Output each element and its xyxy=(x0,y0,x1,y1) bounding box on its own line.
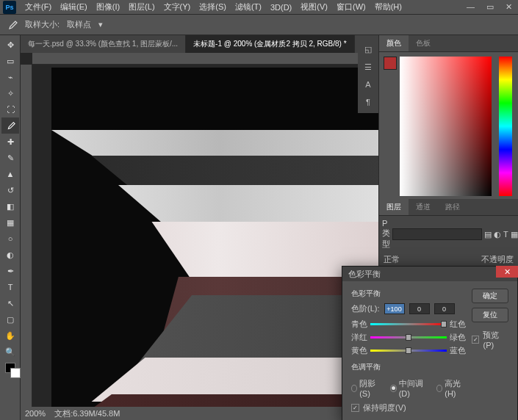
type-tool[interactable]: T xyxy=(1,279,19,295)
checkbox-preserve-luminosity[interactable]: 保持明度(V) xyxy=(351,402,466,413)
level-cyan-red-input[interactable] xyxy=(384,303,405,314)
cancel-button[interactable]: 复位 xyxy=(472,308,508,322)
red-label: 红色 xyxy=(450,319,466,330)
eyedropper-tool[interactable] xyxy=(1,117,19,134)
path-tool[interactable]: ↖ xyxy=(1,295,19,311)
radio-midtones[interactable]: 中间调(D) xyxy=(390,378,426,398)
paragraph-icon[interactable]: ¶ xyxy=(359,94,377,110)
layer-filter-label: P 类型 xyxy=(382,219,390,250)
blur-tool[interactable]: ○ xyxy=(1,231,19,247)
current-color-swatch[interactable] xyxy=(384,57,397,70)
tab-color[interactable]: 颜色 xyxy=(379,35,409,51)
yellow-blue-slider[interactable] xyxy=(370,350,447,352)
ruler-horizontal xyxy=(32,53,378,65)
menu-help[interactable]: 帮助(H) xyxy=(370,0,406,14)
ruler-vertical xyxy=(21,65,32,420)
menu-filter[interactable]: 滤镜(T) xyxy=(231,0,266,14)
chevron-down-icon[interactable]: ▾ xyxy=(98,20,103,29)
tab-channels[interactable]: 通道 xyxy=(409,199,438,215)
dialog-title: 色彩平衡 xyxy=(348,269,381,280)
level-yellow-blue-input[interactable] xyxy=(434,303,455,314)
minimize-button[interactable]: — xyxy=(464,1,478,13)
filter-icon[interactable]: ◐ xyxy=(494,230,501,239)
layers-panel-tabs: 图层 通道 路径 xyxy=(379,199,518,216)
sample-size-label: 取样大小: xyxy=(25,19,60,30)
window-controls: — ▭ ✕ xyxy=(464,1,515,13)
cyan-red-slider[interactable] xyxy=(370,323,447,325)
menu-window[interactable]: 窗口(W) xyxy=(332,0,370,14)
blue-label: 蓝色 xyxy=(450,345,466,356)
menu-view[interactable]: 视图(V) xyxy=(296,0,332,14)
zoom-tool[interactable]: 🔍 xyxy=(1,344,19,360)
filter-icon[interactable]: T xyxy=(503,230,508,239)
menu-select[interactable]: 选择(S) xyxy=(195,0,231,14)
eraser-tool[interactable]: ◧ xyxy=(1,198,19,214)
character-icon[interactable]: A xyxy=(359,76,377,93)
section-color-balance: 色彩平衡 xyxy=(351,289,466,299)
filter-icon[interactable]: ▦ xyxy=(511,230,518,239)
color-field[interactable] xyxy=(400,57,492,196)
color-balance-dialog: 色彩平衡 ✕ 色彩平衡 色阶(L): 青色 红色 洋红 绿色 黄色 xyxy=(342,266,518,420)
menu-bar: Ps 文件(F) 编辑(E) 图像(I) 图层(L) 文字(Y) 选择(S) 滤… xyxy=(0,0,518,15)
menu-image[interactable]: 图像(I) xyxy=(92,0,124,14)
history-icon[interactable]: ◱ xyxy=(359,41,377,57)
status-bar: 200% 文档:6.39M/45.8M xyxy=(21,407,378,420)
hue-slider[interactable] xyxy=(499,57,512,196)
cyan-label: 青色 xyxy=(351,319,367,330)
menu-file[interactable]: 文件(F) xyxy=(21,0,56,14)
yellow-label: 黄色 xyxy=(351,345,367,356)
history-brush-tool[interactable]: ↺ xyxy=(1,182,19,198)
layer-filter-input[interactable] xyxy=(392,228,482,240)
wand-tool[interactable]: ✧ xyxy=(1,85,19,101)
radio-highlights[interactable]: 高光(H) xyxy=(436,378,466,398)
menu-type[interactable]: 文字(Y) xyxy=(159,0,195,14)
tab-layers[interactable]: 图层 xyxy=(379,199,409,215)
color-picker xyxy=(379,52,518,199)
maximize-button[interactable]: ▭ xyxy=(483,1,497,13)
marquee-tool[interactable]: ▭ xyxy=(1,53,19,69)
tab-doc-2[interactable]: 未标题-1 @ 200% (金属材质2 拷贝 2, RGB/8) * xyxy=(186,35,355,53)
hand-tool[interactable]: ✋ xyxy=(1,327,19,344)
close-button[interactable]: ✕ xyxy=(503,1,515,13)
app-logo: Ps xyxy=(3,1,16,14)
brush-tool[interactable]: ✎ xyxy=(1,150,19,166)
menu-3d[interactable]: 3D(D) xyxy=(266,1,296,13)
canvas[interactable] xyxy=(51,68,378,420)
opacity-label: 不透明度 xyxy=(481,254,514,265)
toolbox: ✥ ▭ ⌁ ✧ ⛶ ✚ ✎ ▲ ↺ ◧ ▦ ○ ◐ ✒ T ↖ ▢ ✋ 🔍 xyxy=(0,35,21,420)
lasso-tool[interactable]: ⌁ xyxy=(1,69,19,85)
color-swatches[interactable] xyxy=(1,360,18,380)
sample-point-dropdown[interactable]: 取样点 xyxy=(67,19,91,30)
checkbox-preview[interactable]: 预览(P) xyxy=(472,330,508,350)
magenta-green-slider[interactable] xyxy=(370,336,447,338)
levels-label: 色阶(L): xyxy=(351,303,380,314)
gradient-tool[interactable]: ▦ xyxy=(1,214,19,231)
menu-layer[interactable]: 图层(L) xyxy=(124,0,159,14)
document-tabs: 每一天.psd @ 33.3% (颜色查找 1, 图层蒙板/... 未标题-1 … xyxy=(21,35,378,53)
zoom-level[interactable]: 200% xyxy=(25,409,46,418)
green-label: 绿色 xyxy=(450,332,466,343)
stamp-tool[interactable]: ▲ xyxy=(1,166,19,182)
dialog-title-bar[interactable]: 色彩平衡 ✕ xyxy=(342,267,517,281)
filter-icon[interactable]: ▤ xyxy=(484,230,492,239)
pen-tool[interactable]: ✒ xyxy=(1,263,19,279)
move-tool[interactable]: ✥ xyxy=(1,37,19,53)
document-area: 每一天.psd @ 33.3% (颜色查找 1, 图层蒙板/... 未标题-1 … xyxy=(21,35,378,420)
menu-edit[interactable]: 编辑(E) xyxy=(56,0,92,14)
radio-shadows[interactable]: 阴影(S) xyxy=(351,378,380,398)
dodge-tool[interactable]: ◐ xyxy=(1,247,19,263)
dialog-close-button[interactable]: ✕ xyxy=(496,266,518,278)
tab-paths[interactable]: 路径 xyxy=(438,199,467,215)
heal-tool[interactable]: ✚ xyxy=(1,134,19,150)
blend-mode-dropdown[interactable]: 正常 xyxy=(384,254,400,265)
tab-swatches[interactable]: 色板 xyxy=(409,35,438,51)
shape-tool[interactable]: ▢ xyxy=(1,311,19,327)
ok-button[interactable]: 确定 xyxy=(472,289,508,303)
level-magenta-green-input[interactable] xyxy=(409,303,430,314)
tab-doc-1[interactable]: 每一天.psd @ 33.3% (颜色查找 1, 图层蒙板/... xyxy=(21,35,186,53)
eyedropper-icon xyxy=(6,19,18,31)
color-panel-tabs: 颜色 色板 xyxy=(379,35,518,52)
properties-icon[interactable]: ☰ xyxy=(359,59,377,75)
crop-tool[interactable]: ⛶ xyxy=(1,101,19,117)
canvas-viewport[interactable]: 200% 文档:6.39M/45.8M xyxy=(21,53,378,420)
